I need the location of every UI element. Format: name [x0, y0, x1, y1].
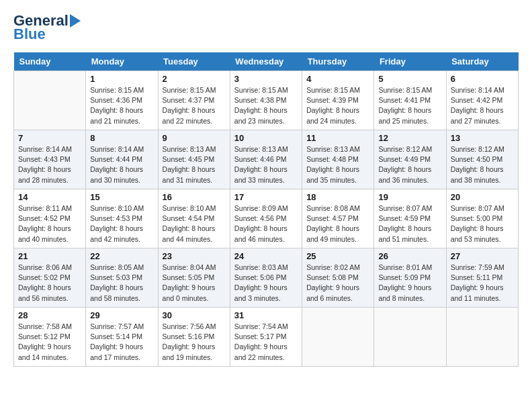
day-info: Sunrise: 8:13 AMSunset: 4:48 PMDaylight:…	[306, 144, 369, 185]
calendar-cell: 13Sunrise: 8:12 AMSunset: 4:50 PMDayligh…	[446, 130, 518, 189]
calendar-cell: 5Sunrise: 8:15 AMSunset: 4:41 PMDaylight…	[374, 71, 446, 130]
day-info: Sunrise: 8:14 AMSunset: 4:44 PMDaylight:…	[90, 144, 153, 185]
day-info: Sunrise: 8:01 AMSunset: 5:09 PMDaylight:…	[378, 263, 441, 304]
week-row-1: 1Sunrise: 8:15 AMSunset: 4:36 PMDaylight…	[14, 71, 519, 130]
day-info: Sunrise: 8:13 AMSunset: 4:45 PMDaylight:…	[163, 144, 226, 185]
calendar-cell: 23Sunrise: 8:04 AMSunset: 5:05 PMDayligh…	[158, 248, 230, 308]
column-header-tuesday: Tuesday	[158, 52, 230, 71]
day-number: 12	[378, 133, 441, 143]
calendar-cell: 18Sunrise: 8:08 AMSunset: 4:57 PMDayligh…	[302, 189, 374, 248]
day-number: 15	[90, 192, 153, 202]
calendar-cell: 11Sunrise: 8:13 AMSunset: 4:48 PMDayligh…	[302, 130, 374, 189]
calendar-cell: 25Sunrise: 8:02 AMSunset: 5:08 PMDayligh…	[302, 248, 374, 308]
day-info: Sunrise: 8:14 AMSunset: 4:43 PMDaylight:…	[18, 144, 81, 185]
day-info: Sunrise: 7:54 AMSunset: 5:17 PMDaylight:…	[234, 322, 298, 363]
calendar-cell	[14, 71, 86, 130]
calendar-cell: 14Sunrise: 8:11 AMSunset: 4:52 PMDayligh…	[14, 189, 86, 248]
day-number: 6	[451, 74, 514, 84]
day-info: Sunrise: 7:57 AMSunset: 5:14 PMDaylight:…	[90, 322, 153, 363]
calendar-cell: 29Sunrise: 7:57 AMSunset: 5:14 PMDayligh…	[86, 308, 158, 367]
day-number: 1	[90, 74, 153, 84]
day-number: 16	[163, 192, 226, 202]
day-info: Sunrise: 8:13 AMSunset: 4:46 PMDaylight:…	[234, 144, 298, 185]
column-header-sunday: Sunday	[14, 52, 86, 71]
calendar-cell: 10Sunrise: 8:13 AMSunset: 4:46 PMDayligh…	[230, 130, 302, 189]
day-info: Sunrise: 8:09 AMSunset: 4:56 PMDaylight:…	[234, 203, 298, 244]
column-header-monday: Monday	[86, 52, 158, 71]
day-number: 17	[234, 192, 298, 202]
day-info: Sunrise: 8:12 AMSunset: 4:50 PMDaylight:…	[451, 144, 514, 185]
day-number: 7	[18, 133, 81, 143]
calendar-cell: 21Sunrise: 8:06 AMSunset: 5:02 PMDayligh…	[14, 248, 86, 308]
day-info: Sunrise: 8:15 AMSunset: 4:39 PMDaylight:…	[306, 85, 369, 126]
calendar-cell: 24Sunrise: 8:03 AMSunset: 5:06 PMDayligh…	[230, 248, 302, 308]
day-number: 11	[306, 133, 369, 143]
week-row-4: 21Sunrise: 8:06 AMSunset: 5:02 PMDayligh…	[14, 248, 519, 308]
day-number: 24	[234, 251, 298, 261]
calendar-cell: 12Sunrise: 8:12 AMSunset: 4:49 PMDayligh…	[374, 130, 446, 189]
day-number: 25	[306, 251, 369, 261]
calendar-cell: 16Sunrise: 8:10 AMSunset: 4:54 PMDayligh…	[158, 189, 230, 248]
calendar-cell: 2Sunrise: 8:15 AMSunset: 4:37 PMDaylight…	[158, 71, 230, 130]
calendar-cell: 9Sunrise: 8:13 AMSunset: 4:45 PMDaylight…	[158, 130, 230, 189]
calendar-cell: 26Sunrise: 8:01 AMSunset: 5:09 PMDayligh…	[374, 248, 446, 308]
day-info: Sunrise: 8:05 AMSunset: 5:03 PMDaylight:…	[90, 263, 153, 304]
day-info: Sunrise: 8:10 AMSunset: 4:53 PMDaylight:…	[90, 203, 153, 244]
calendar-cell: 28Sunrise: 7:58 AMSunset: 5:12 PMDayligh…	[14, 308, 86, 367]
calendar-cell	[446, 308, 518, 367]
day-number: 18	[306, 192, 369, 202]
calendar-cell: 20Sunrise: 8:07 AMSunset: 5:00 PMDayligh…	[446, 189, 518, 248]
day-number: 26	[378, 251, 441, 261]
day-info: Sunrise: 8:11 AMSunset: 4:52 PMDaylight:…	[18, 203, 81, 244]
day-number: 3	[234, 74, 298, 84]
column-header-wednesday: Wednesday	[230, 52, 302, 71]
column-header-saturday: Saturday	[446, 52, 518, 71]
day-number: 22	[90, 251, 153, 261]
day-number: 14	[18, 192, 81, 202]
day-number: 10	[234, 133, 298, 143]
calendar-cell: 4Sunrise: 8:15 AMSunset: 4:39 PMDaylight…	[302, 71, 374, 130]
page-header: General Blue	[13, 13, 519, 42]
day-number: 5	[378, 74, 441, 84]
calendar-cell	[374, 308, 446, 367]
day-info: Sunrise: 8:14 AMSunset: 4:42 PMDaylight:…	[451, 85, 514, 126]
day-info: Sunrise: 8:10 AMSunset: 4:54 PMDaylight:…	[163, 203, 226, 244]
calendar-cell: 6Sunrise: 8:14 AMSunset: 4:42 PMDaylight…	[446, 71, 518, 130]
day-number: 19	[378, 192, 441, 202]
calendar-cell: 31Sunrise: 7:54 AMSunset: 5:17 PMDayligh…	[230, 308, 302, 367]
day-info: Sunrise: 7:58 AMSunset: 5:12 PMDaylight:…	[18, 322, 81, 363]
calendar-cell	[302, 308, 374, 367]
calendar-cell: 15Sunrise: 8:10 AMSunset: 4:53 PMDayligh…	[86, 189, 158, 248]
calendar-cell: 8Sunrise: 8:14 AMSunset: 4:44 PMDaylight…	[86, 130, 158, 189]
logo: General Blue	[13, 13, 81, 42]
day-info: Sunrise: 7:56 AMSunset: 5:16 PMDaylight:…	[163, 322, 226, 363]
day-number: 4	[306, 74, 369, 84]
day-number: 28	[18, 310, 81, 320]
day-info: Sunrise: 8:15 AMSunset: 4:37 PMDaylight:…	[163, 85, 226, 126]
calendar-table: SundayMondayTuesdayWednesdayThursdayFrid…	[13, 52, 519, 367]
day-info: Sunrise: 8:04 AMSunset: 5:05 PMDaylight:…	[163, 263, 226, 304]
calendar-cell: 17Sunrise: 8:09 AMSunset: 4:56 PMDayligh…	[230, 189, 302, 248]
day-number: 30	[163, 310, 226, 320]
day-info: Sunrise: 8:06 AMSunset: 5:02 PMDaylight:…	[18, 263, 81, 304]
day-number: 8	[90, 133, 153, 143]
week-row-5: 28Sunrise: 7:58 AMSunset: 5:12 PMDayligh…	[14, 308, 519, 367]
day-info: Sunrise: 8:15 AMSunset: 4:41 PMDaylight:…	[378, 85, 441, 126]
column-header-friday: Friday	[374, 52, 446, 71]
day-number: 13	[451, 133, 514, 143]
calendar-cell: 27Sunrise: 7:59 AMSunset: 5:11 PMDayligh…	[446, 248, 518, 308]
day-info: Sunrise: 8:07 AMSunset: 5:00 PMDaylight:…	[451, 203, 514, 244]
week-row-2: 7Sunrise: 8:14 AMSunset: 4:43 PMDaylight…	[14, 130, 519, 189]
day-number: 21	[18, 251, 81, 261]
day-info: Sunrise: 8:02 AMSunset: 5:08 PMDaylight:…	[306, 263, 369, 304]
day-number: 27	[451, 251, 514, 261]
calendar-cell: 1Sunrise: 8:15 AMSunset: 4:36 PMDaylight…	[86, 71, 158, 130]
day-number: 31	[234, 310, 298, 320]
day-number: 9	[163, 133, 226, 143]
day-number: 2	[163, 74, 226, 84]
column-header-thursday: Thursday	[302, 52, 374, 71]
day-number: 20	[451, 192, 514, 202]
day-info: Sunrise: 8:07 AMSunset: 4:59 PMDaylight:…	[378, 203, 441, 244]
day-info: Sunrise: 8:08 AMSunset: 4:57 PMDaylight:…	[306, 203, 369, 244]
calendar-cell: 19Sunrise: 8:07 AMSunset: 4:59 PMDayligh…	[374, 189, 446, 248]
